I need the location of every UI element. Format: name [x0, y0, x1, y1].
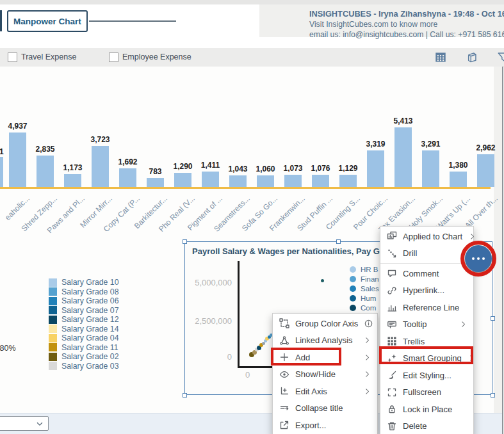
menu-item-applied-to-chart[interactable]: Applied to Chart — [380, 228, 473, 245]
bar-13[interactable] — [367, 150, 384, 187]
more-actions-menu: Applied to ChartDrillCommentHyperlink...… — [380, 226, 474, 434]
scatter-legend-item[interactable]: Hum — [350, 294, 376, 302]
bar-value-label: 4,937 — [8, 122, 27, 131]
scatter-point[interactable] — [321, 279, 324, 282]
bar-2[interactable] — [64, 174, 81, 187]
menu-separator — [380, 263, 473, 264]
legend-item-salary-grade-07[interactable]: Salary Grade 07 — [49, 306, 119, 315]
legend-swatch — [49, 353, 57, 361]
bar-1[interactable] — [37, 156, 54, 187]
table-icon[interactable] — [434, 51, 447, 66]
bar-10[interactable] — [284, 175, 302, 187]
partial-bar-value: 1 — [0, 147, 4, 156]
page-divider — [502, 67, 503, 434]
bar-12[interactable] — [339, 175, 357, 187]
legend-item-salary-grade-12[interactable]: Salary Grade 12 — [49, 315, 119, 324]
scatter-legend-item[interactable]: HR B — [350, 266, 378, 273]
travel-expense-label: Travel Expense — [21, 52, 76, 61]
legend-item-salary-grade-02[interactable]: Salary Grade 02 — [49, 352, 119, 361]
resize-handle[interactable] — [183, 239, 187, 244]
scatter-legend-item[interactable]: Sales — [350, 285, 379, 293]
travel-expense-checkbox[interactable] — [8, 52, 17, 62]
employee-expense-checkbox[interactable] — [109, 52, 118, 62]
bar-17[interactable] — [477, 154, 494, 187]
bar-value-label: 1,043 — [228, 165, 247, 173]
bar-15[interactable] — [422, 150, 439, 187]
menu-item-collapse-title[interactable]: Collapse title — [273, 400, 377, 417]
bar-9[interactable] — [257, 175, 274, 187]
scatter-legend-item[interactable]: Finan — [350, 275, 379, 283]
bar-value-label: 1,129 — [338, 164, 357, 173]
bar-value-label: 1,073 — [283, 164, 302, 173]
menu-item-delete[interactable]: Delete — [380, 418, 473, 434]
export-icon — [279, 420, 289, 430]
menu-item-export[interactable]: Export... — [273, 417, 377, 434]
drill-icon — [387, 248, 397, 259]
tooltip-icon — [387, 319, 397, 330]
legend-swatch — [49, 306, 57, 314]
legend-item-salary-grade-11[interactable]: Salary Grade 11 — [49, 343, 118, 352]
previous-tab-edge[interactable] — [0, 10, 2, 31]
chevron-right-icon — [363, 370, 371, 378]
menu-item-reference-line[interactable]: Reference Line — [380, 299, 473, 316]
legend-item-salary-grade-08[interactable]: Salary Grade 08 — [49, 287, 119, 296]
legend-label: Salary Grade 08 — [61, 287, 119, 296]
bar-0[interactable] — [9, 133, 26, 187]
menu-item-label: Fullscreen — [403, 387, 467, 397]
header-title: INSIGHTCUBES - Iryna Zihanshyna - 19:48 … — [309, 9, 504, 19]
bar-value-label: 1,380 — [448, 161, 467, 170]
menu-item-edit-axis[interactable]: Edit Axis — [273, 383, 377, 400]
legend-item-salary-grade-04[interactable]: Salary Grade 04 — [49, 334, 119, 342]
menu-item-fullscreen[interactable]: Fullscreen — [380, 384, 473, 401]
scatter-title: Payroll Salary & Wages per Nationalities… — [192, 246, 397, 256]
menu-item-tooltip[interactable]: Tooltip — [380, 316, 473, 334]
bar-4[interactable] — [119, 168, 136, 187]
reference-line-icon — [387, 302, 397, 312]
scatter-legend-item[interactable]: Com — [350, 304, 376, 312]
bar-11[interactable] — [312, 175, 329, 187]
group-color-axis-icon — [279, 318, 289, 328]
legend-label: Salary Grade 02 — [61, 352, 119, 361]
annotation-box-smart-grouping — [379, 346, 473, 364]
menu-item-drill[interactable]: Drill — [380, 245, 473, 262]
menu-item-group-color-axis[interactable]: Group Color Axis — [273, 315, 377, 332]
legend-item-salary-grade-06[interactable]: Salary Grade 06 — [49, 296, 119, 305]
bar-partial[interactable] — [0, 157, 3, 187]
cube-icon[interactable] — [466, 51, 478, 66]
bar-6[interactable] — [174, 173, 191, 187]
menu-item-edit-styling[interactable]: Edit Styling... — [380, 367, 473, 384]
menu-item-linked-analysis[interactable]: Linked Analysis — [273, 332, 377, 350]
legend-item-salary-grade-03[interactable]: Salary Grade 03 — [49, 362, 119, 371]
tab-label: Manpower Chart — [13, 17, 81, 26]
legend-dot — [350, 295, 356, 301]
menu-item-show-hide[interactable]: Show/Hide — [273, 366, 377, 383]
bar-value-label: 3,723 — [90, 135, 110, 144]
menu-item-hyperlink[interactable]: Hyperlink... — [380, 282, 473, 300]
resize-handle[interactable] — [491, 316, 495, 321]
bar-value-label: 1,060 — [256, 165, 275, 173]
menu-item-label: Delete — [403, 421, 467, 431]
tab-manpower-chart[interactable]: Manpower Chart — [7, 10, 88, 32]
bar-7[interactable] — [202, 172, 219, 187]
bar-14[interactable] — [394, 127, 412, 187]
legend-label: Salary Grade 11 — [61, 343, 118, 352]
resize-handle[interactable] — [336, 239, 341, 244]
resize-handle[interactable] — [183, 393, 187, 398]
resize-handle[interactable] — [491, 393, 495, 398]
bottom-dropdown[interactable] — [0, 416, 49, 431]
legend-label: Salary Grade 14 — [61, 325, 119, 334]
menu-item-lock-in-place[interactable]: Lock in Place — [380, 401, 473, 418]
legend-label: Com — [361, 304, 376, 312]
info-icon — [364, 319, 373, 328]
bar-16[interactable] — [450, 172, 467, 187]
menu-item-comment[interactable]: Comment — [380, 265, 473, 282]
edit-styling-icon — [387, 370, 397, 380]
bar-3[interactable] — [92, 146, 109, 187]
legend-item-salary-grade-10[interactable]: Salary Grade 10 — [49, 278, 119, 287]
menu-item-label: Linked Analysis — [295, 335, 357, 345]
bar-8[interactable] — [229, 175, 247, 187]
menu-item-label: Comment — [403, 269, 467, 278]
legend-item-salary-grade-14[interactable]: Salary Grade 14 — [49, 325, 119, 334]
filter-icon[interactable] — [497, 51, 504, 66]
bar-5[interactable] — [147, 178, 164, 187]
